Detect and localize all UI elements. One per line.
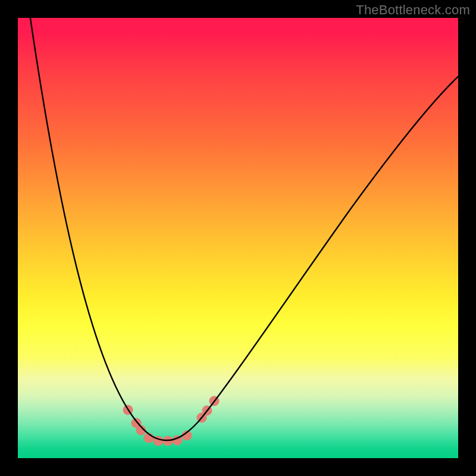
chart-svg (18, 18, 458, 458)
watermark-text: TheBottleneck.com (356, 2, 470, 18)
markers-group (123, 396, 220, 446)
chart-frame (18, 18, 458, 458)
curve-path (29, 18, 458, 440)
